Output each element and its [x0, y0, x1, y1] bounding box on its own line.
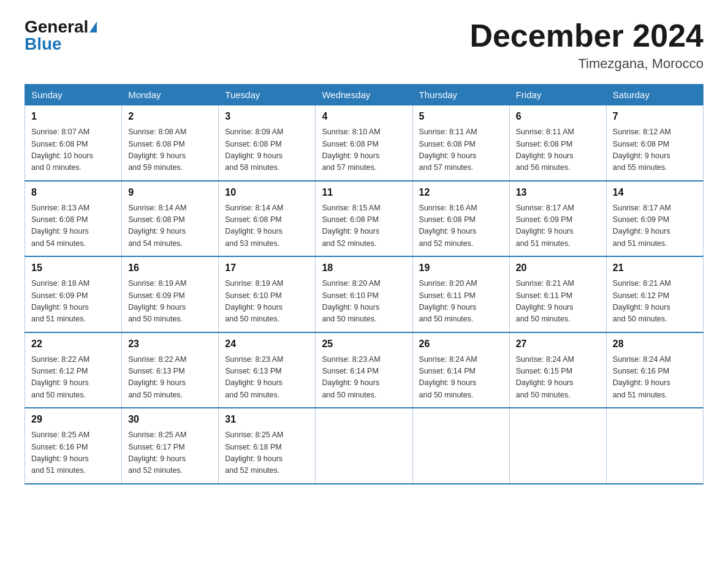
- header-monday: Monday: [122, 85, 219, 105]
- header-sunday: Sunday: [25, 85, 122, 105]
- day-info: Sunrise: 8:16 AMSunset: 6:08 PMDaylight:…: [419, 202, 503, 250]
- calendar-cell: 10Sunrise: 8:14 AMSunset: 6:08 PMDayligh…: [219, 181, 316, 257]
- location-title: Timezgana, Morocco: [469, 56, 703, 72]
- day-number: 24: [225, 337, 309, 351]
- calendar-cell: 29Sunrise: 8:25 AMSunset: 6:16 PMDayligh…: [25, 408, 122, 484]
- calendar-cell: [606, 408, 703, 484]
- calendar-cell: 5Sunrise: 8:11 AMSunset: 6:08 PMDaylight…: [412, 105, 509, 181]
- day-info: Sunrise: 8:21 AMSunset: 6:11 PMDaylight:…: [516, 278, 600, 326]
- day-number: 29: [31, 412, 115, 427]
- logo-line-general: General: [25, 18, 97, 36]
- calendar-cell: 8Sunrise: 8:13 AMSunset: 6:08 PMDaylight…: [25, 181, 122, 257]
- day-number: 1: [31, 109, 115, 124]
- calendar-cell: 1Sunrise: 8:07 AMSunset: 6:08 PMDaylight…: [25, 105, 122, 181]
- day-number: 4: [322, 109, 406, 124]
- calendar-cell: 18Sunrise: 8:20 AMSunset: 6:10 PMDayligh…: [316, 256, 412, 332]
- calendar-cell: 9Sunrise: 8:14 AMSunset: 6:08 PMDaylight…: [122, 181, 219, 257]
- day-number: 28: [613, 337, 697, 351]
- header-thursday: Thursday: [412, 85, 509, 105]
- day-info: Sunrise: 8:18 AMSunset: 6:09 PMDaylight:…: [31, 278, 115, 326]
- calendar-cell: 14Sunrise: 8:17 AMSunset: 6:09 PMDayligh…: [606, 181, 703, 257]
- day-info: Sunrise: 8:22 AMSunset: 6:12 PMDaylight:…: [31, 354, 115, 402]
- day-info: Sunrise: 8:20 AMSunset: 6:11 PMDaylight:…: [419, 278, 503, 326]
- day-number: 5: [419, 109, 503, 124]
- calendar-cell: [509, 408, 606, 484]
- day-info: Sunrise: 8:15 AMSunset: 6:08 PMDaylight:…: [322, 202, 406, 250]
- day-number: 3: [225, 109, 309, 124]
- day-info: Sunrise: 8:07 AMSunset: 6:08 PMDaylight:…: [31, 126, 115, 174]
- day-info: Sunrise: 8:20 AMSunset: 6:10 PMDaylight:…: [322, 278, 406, 326]
- day-number: 21: [613, 261, 697, 275]
- day-info: Sunrise: 8:08 AMSunset: 6:08 PMDaylight:…: [128, 126, 212, 174]
- calendar-cell: 26Sunrise: 8:24 AMSunset: 6:14 PMDayligh…: [412, 332, 509, 408]
- calendar-cell: 2Sunrise: 8:08 AMSunset: 6:08 PMDaylight…: [122, 105, 219, 181]
- calendar-cell: [412, 408, 509, 484]
- day-info: Sunrise: 8:13 AMSunset: 6:08 PMDaylight:…: [31, 202, 115, 250]
- day-info: Sunrise: 8:14 AMSunset: 6:08 PMDaylight:…: [128, 202, 212, 250]
- day-number: 23: [128, 337, 212, 351]
- day-info: Sunrise: 8:09 AMSunset: 6:08 PMDaylight:…: [225, 126, 309, 174]
- day-info: Sunrise: 8:24 AMSunset: 6:15 PMDaylight:…: [516, 354, 600, 402]
- calendar-cell: 31Sunrise: 8:25 AMSunset: 6:18 PMDayligh…: [219, 408, 316, 484]
- day-number: 31: [225, 412, 309, 427]
- day-info: Sunrise: 8:25 AMSunset: 6:16 PMDaylight:…: [31, 429, 115, 477]
- week-row-5: 29Sunrise: 8:25 AMSunset: 6:16 PMDayligh…: [25, 408, 703, 484]
- day-info: Sunrise: 8:10 AMSunset: 6:08 PMDaylight:…: [322, 126, 406, 174]
- calendar-cell: 12Sunrise: 8:16 AMSunset: 6:08 PMDayligh…: [412, 181, 509, 257]
- calendar-cell: 23Sunrise: 8:22 AMSunset: 6:13 PMDayligh…: [122, 332, 219, 408]
- calendar-cell: 25Sunrise: 8:23 AMSunset: 6:14 PMDayligh…: [316, 332, 412, 408]
- calendar-cell: 17Sunrise: 8:19 AMSunset: 6:10 PMDayligh…: [219, 256, 316, 332]
- day-info: Sunrise: 8:12 AMSunset: 6:08 PMDaylight:…: [613, 126, 697, 174]
- day-number: 13: [516, 185, 600, 200]
- day-number: 25: [322, 337, 406, 351]
- logo-triangle-icon: [89, 21, 97, 33]
- day-number: 14: [613, 185, 697, 200]
- day-number: 19: [419, 261, 503, 275]
- day-info: Sunrise: 8:17 AMSunset: 6:09 PMDaylight:…: [516, 202, 600, 250]
- day-number: 16: [128, 261, 212, 275]
- day-number: 8: [31, 185, 115, 200]
- calendar-cell: [316, 408, 412, 484]
- day-info: Sunrise: 8:21 AMSunset: 6:12 PMDaylight:…: [613, 278, 697, 326]
- day-info: Sunrise: 8:14 AMSunset: 6:08 PMDaylight:…: [225, 202, 309, 250]
- day-number: 10: [225, 185, 309, 200]
- header-friday: Friday: [509, 85, 606, 105]
- header-tuesday: Tuesday: [219, 85, 316, 105]
- calendar-cell: 24Sunrise: 8:23 AMSunset: 6:13 PMDayligh…: [219, 332, 316, 408]
- day-number: 6: [516, 109, 600, 124]
- calendar-cell: 11Sunrise: 8:15 AMSunset: 6:08 PMDayligh…: [316, 181, 412, 257]
- day-number: 30: [128, 412, 212, 427]
- header-wednesday: Wednesday: [316, 85, 412, 105]
- day-number: 17: [225, 261, 309, 275]
- page-header: General Blue December 2024 Timezgana, Mo…: [25, 18, 703, 72]
- day-info: Sunrise: 8:19 AMSunset: 6:10 PMDaylight:…: [225, 278, 309, 326]
- calendar-cell: 28Sunrise: 8:24 AMSunset: 6:16 PMDayligh…: [606, 332, 703, 408]
- header-saturday: Saturday: [606, 85, 703, 105]
- day-info: Sunrise: 8:17 AMSunset: 6:09 PMDaylight:…: [613, 202, 697, 250]
- calendar-cell: 15Sunrise: 8:18 AMSunset: 6:09 PMDayligh…: [25, 256, 122, 332]
- day-info: Sunrise: 8:11 AMSunset: 6:08 PMDaylight:…: [516, 126, 600, 174]
- day-info: Sunrise: 8:11 AMSunset: 6:08 PMDaylight:…: [419, 126, 503, 174]
- calendar-cell: 19Sunrise: 8:20 AMSunset: 6:11 PMDayligh…: [412, 256, 509, 332]
- logo: General Blue: [25, 18, 97, 53]
- day-number: 15: [31, 261, 115, 275]
- week-row-4: 22Sunrise: 8:22 AMSunset: 6:12 PMDayligh…: [25, 332, 703, 408]
- day-number: 9: [128, 185, 212, 200]
- calendar-cell: 13Sunrise: 8:17 AMSunset: 6:09 PMDayligh…: [509, 181, 606, 257]
- day-number: 2: [128, 109, 212, 124]
- calendar-cell: 20Sunrise: 8:21 AMSunset: 6:11 PMDayligh…: [509, 256, 606, 332]
- day-info: Sunrise: 8:24 AMSunset: 6:16 PMDaylight:…: [613, 354, 697, 402]
- day-info: Sunrise: 8:19 AMSunset: 6:09 PMDaylight:…: [128, 278, 212, 326]
- day-number: 7: [613, 109, 697, 124]
- calendar-cell: 21Sunrise: 8:21 AMSunset: 6:12 PMDayligh…: [606, 256, 703, 332]
- day-number: 18: [322, 261, 406, 275]
- logo-general-text: General: [25, 18, 88, 36]
- day-info: Sunrise: 8:25 AMSunset: 6:17 PMDaylight:…: [128, 429, 212, 477]
- title-block: December 2024 Timezgana, Morocco: [469, 18, 703, 72]
- calendar-cell: 30Sunrise: 8:25 AMSunset: 6:17 PMDayligh…: [122, 408, 219, 484]
- week-row-1: 1Sunrise: 8:07 AMSunset: 6:08 PMDaylight…: [25, 105, 703, 181]
- day-number: 20: [516, 261, 600, 275]
- day-info: Sunrise: 8:23 AMSunset: 6:14 PMDaylight:…: [322, 354, 406, 402]
- calendar-table: SundayMondayTuesdayWednesdayThursdayFrid…: [25, 84, 703, 484]
- logo-line-blue: Blue: [25, 36, 62, 53]
